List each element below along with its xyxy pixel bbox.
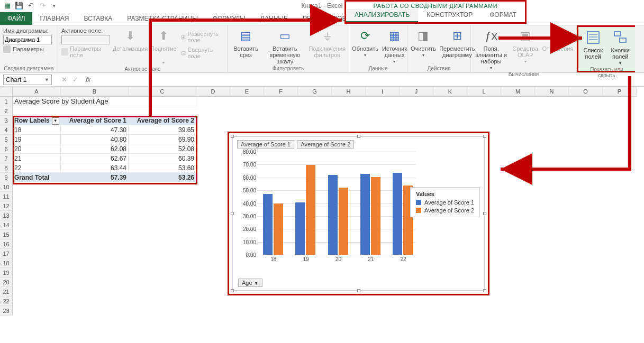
- gear-icon: [3, 45, 11, 53]
- row-header[interactable]: 20: [0, 277, 13, 287]
- chart-bar[interactable]: [371, 177, 380, 255]
- column-header[interactable]: H: [332, 87, 366, 97]
- move-chart-button[interactable]: ⊞Переместить диаграмму: [440, 27, 474, 58]
- column-header[interactable]: F: [264, 87, 298, 97]
- row-header[interactable]: 9: [0, 173, 13, 182]
- save-icon[interactable]: 💾: [15, 2, 23, 10]
- chart-handle[interactable]: [483, 135, 486, 138]
- chart-name-input[interactable]: [3, 35, 52, 44]
- qat-dropdown-icon[interactable]: ▾: [50, 2, 58, 10]
- name-box-dropdown-icon[interactable]: ▼: [44, 77, 49, 82]
- chart-bar[interactable]: [339, 188, 348, 255]
- tab-home[interactable]: ГЛАВНАЯ: [32, 13, 76, 25]
- column-header[interactable]: B: [61, 87, 129, 97]
- name-box[interactable]: Chart 1 ▼: [3, 75, 52, 85]
- row-header[interactable]: 3: [0, 116, 13, 125]
- refresh-icon: ⟳: [357, 27, 374, 44]
- cell[interactable]: Average Score by Student Age: [13, 97, 196, 106]
- row-header[interactable]: 8: [0, 163, 13, 173]
- row-header[interactable]: 15: [0, 230, 13, 239]
- row-header[interactable]: 12: [0, 201, 13, 211]
- clear-button[interactable]: ◨Очистить▾: [411, 27, 436, 58]
- chart-handle[interactable]: [231, 289, 234, 292]
- chart-value-field-button-1[interactable]: Average of Score 1: [237, 140, 294, 149]
- column-header[interactable]: L: [467, 87, 501, 97]
- tab-design[interactable]: КОНСТРУКТОР: [418, 9, 481, 22]
- chart-bar[interactable]: [263, 194, 273, 255]
- chart-bar[interactable]: [274, 203, 283, 255]
- chart-ytick: 30.00: [233, 213, 256, 219]
- undo-icon[interactable]: ↶: [26, 2, 35, 10]
- row-header[interactable]: 23: [0, 306, 13, 316]
- row-header[interactable]: 16: [0, 239, 13, 249]
- chart-bar[interactable]: [306, 165, 315, 255]
- tab-formulas[interactable]: ФОРМУЛЫ: [205, 13, 253, 25]
- chart-bar[interactable]: [393, 173, 402, 255]
- drillup-icon: ⬆: [155, 27, 172, 44]
- change-source-button[interactable]: ▦Источник данных▾: [382, 27, 407, 64]
- tab-data[interactable]: ДАННЫЕ: [253, 13, 295, 25]
- column-header[interactable]: O: [569, 87, 603, 97]
- chart-handle[interactable]: [357, 135, 360, 138]
- chart-axis-field-button[interactable]: Age ▼: [238, 279, 262, 287]
- column-header[interactable]: I: [366, 87, 400, 97]
- column-header[interactable]: E: [230, 87, 264, 97]
- column-header[interactable]: G: [298, 87, 332, 97]
- chart-options-button[interactable]: Параметры: [3, 45, 52, 53]
- row-header[interactable]: 2: [0, 106, 13, 116]
- chart-bar[interactable]: [295, 202, 305, 255]
- redo-icon[interactable]: ↷: [38, 2, 47, 10]
- column-header[interactable]: K: [433, 87, 467, 97]
- row-header[interactable]: 7: [0, 154, 13, 163]
- chart-bar[interactable]: [328, 175, 338, 255]
- pivotchart[interactable]: Average of Score 1 Average of Score 2 0.…: [232, 136, 485, 291]
- group-activefield: Активное поле: Параметры поля ⬇ Детализа…: [58, 25, 228, 72]
- column-header[interactable]: C: [129, 87, 196, 97]
- chart-ytick: 60.00: [233, 174, 256, 180]
- fields-items-sets-button[interactable]: ƒxПоля, элементы и наборы▾: [474, 27, 508, 70]
- column-header[interactable]: D: [196, 87, 230, 97]
- row-header[interactable]: 21: [0, 287, 13, 296]
- column-header[interactable]: A: [13, 87, 61, 97]
- tab-file[interactable]: ФАЙЛ: [0, 12, 32, 25]
- tab-pagelayout[interactable]: РАЗМЕТКА СТРАНИЦЫ: [120, 13, 205, 25]
- select-all-corner[interactable]: [0, 87, 13, 97]
- chart-handle[interactable]: [483, 289, 486, 292]
- chart-bar[interactable]: [360, 174, 370, 255]
- field-list-button[interactable]: Список полей: [582, 29, 605, 60]
- row-header[interactable]: 4: [0, 125, 13, 135]
- insert-timeline-button[interactable]: ▭Вставить временную шкалу: [265, 27, 304, 64]
- chart-value-field-button-2[interactable]: Average of Score 2: [297, 140, 354, 149]
- row-header[interactable]: 22: [0, 296, 13, 306]
- row-header[interactable]: 1: [0, 97, 13, 106]
- fx-icon[interactable]: fx: [86, 76, 90, 84]
- row-header[interactable]: 17: [0, 249, 13, 258]
- column-header[interactable]: J: [400, 87, 433, 97]
- tab-analyze[interactable]: АНАЛИЗИРОВАТЬ: [346, 9, 418, 22]
- column-header[interactable]: P: [603, 87, 637, 97]
- refresh-button[interactable]: ⟳Обновить▾: [352, 27, 378, 58]
- column-header[interactable]: N: [535, 87, 569, 97]
- chart-legend[interactable]: Values Average of Score 1 Average of Sco…: [410, 187, 480, 217]
- row-header[interactable]: 19: [0, 268, 13, 277]
- chart-xtick: 22: [401, 256, 406, 262]
- row-header[interactable]: 11: [0, 192, 13, 201]
- chart-handle[interactable]: [231, 212, 234, 215]
- row-header[interactable]: 18: [0, 258, 13, 268]
- tab-format[interactable]: ФОРМАТ: [481, 9, 525, 22]
- worksheet-grid[interactable]: ABCDEFGHIJKLMNOP 12345678910111213141516…: [0, 87, 644, 343]
- chart-handle[interactable]: [483, 212, 486, 215]
- column-header[interactable]: M: [501, 87, 535, 97]
- ribbon-tabs: ФАЙЛ ГЛАВНАЯ ВСТАВКА РАЗМЕТКА СТРАНИЦЫ Ф…: [0, 12, 644, 25]
- row-header[interactable]: 14: [0, 220, 13, 230]
- field-buttons-button[interactable]: Кнопки полей▾: [609, 29, 632, 66]
- row-header[interactable]: 5: [0, 135, 13, 144]
- row-header[interactable]: 10: [0, 182, 13, 192]
- row-header[interactable]: 6: [0, 144, 13, 154]
- active-field-input[interactable]: [61, 35, 110, 44]
- insert-slicer-button[interactable]: ▤Вставить срез: [231, 27, 261, 58]
- tab-insert[interactable]: ВСТАВКА: [76, 13, 120, 25]
- chart-handle[interactable]: [357, 289, 360, 292]
- chart-handle[interactable]: [231, 135, 234, 138]
- row-header[interactable]: 13: [0, 211, 13, 220]
